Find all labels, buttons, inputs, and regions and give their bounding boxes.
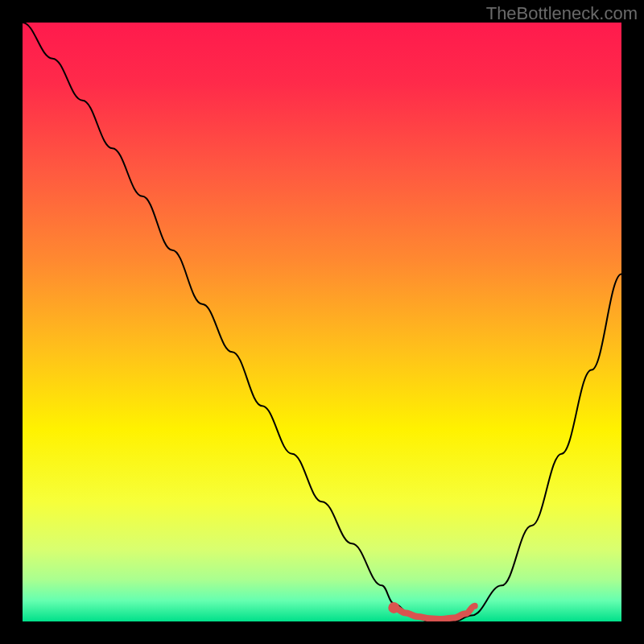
chart-container — [23, 23, 621, 621]
bottleneck-curve — [23, 23, 621, 621]
watermark-text: TheBottleneck.com — [486, 3, 638, 24]
optimal-start-dot — [388, 602, 399, 613]
optimal-range-marker — [394, 606, 474, 619]
curve-layer — [23, 23, 621, 621]
